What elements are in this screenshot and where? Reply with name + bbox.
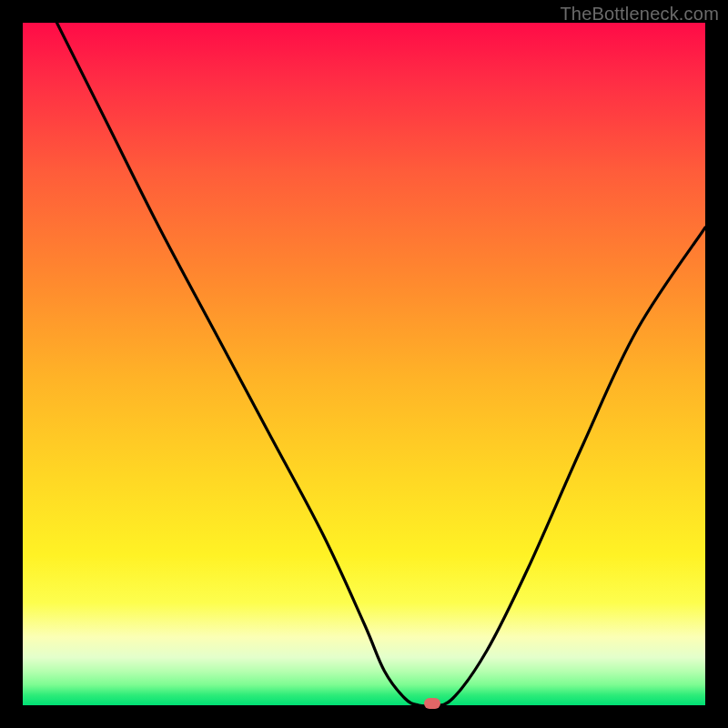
plot-area — [23, 23, 705, 705]
chart-stage: TheBottleneck.com — [0, 0, 728, 728]
bottleneck-curve — [23, 23, 705, 705]
optimum-marker — [424, 698, 440, 709]
watermark-text: TheBottleneck.com — [560, 4, 719, 25]
curve-path — [57, 23, 706, 705]
